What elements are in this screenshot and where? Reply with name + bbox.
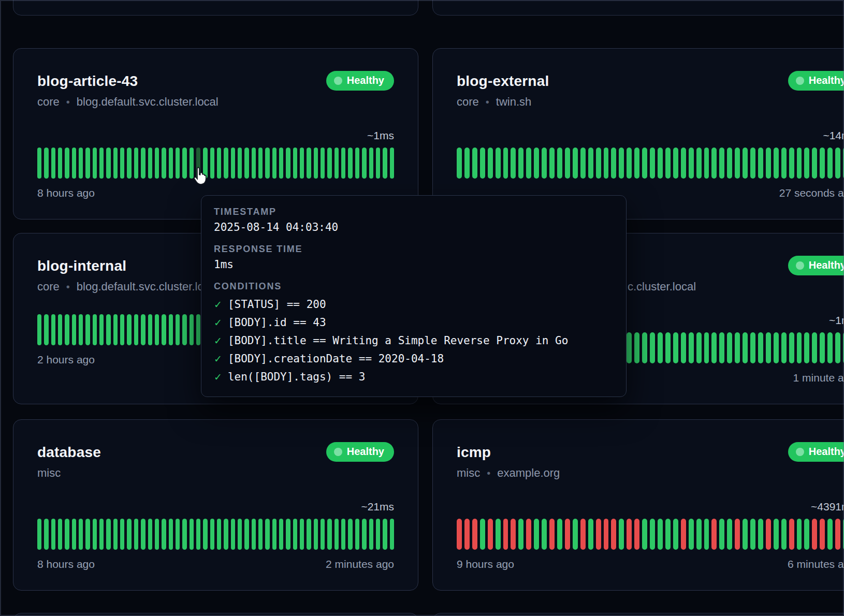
uptime-bar[interactable]: [727, 148, 732, 179]
uptime-bar[interactable]: [634, 148, 639, 179]
uptime-bar[interactable]: [472, 519, 477, 550]
uptime-bar[interactable]: [252, 148, 256, 179]
uptime-bar[interactable]: [113, 148, 118, 179]
uptime-bar[interactable]: [72, 519, 76, 550]
uptime-bar[interactable]: [244, 148, 249, 179]
uptime-bar[interactable]: [696, 332, 702, 363]
uptime-bar[interactable]: [286, 519, 290, 550]
uptime-bar[interactable]: [588, 519, 593, 550]
uptime-bar[interactable]: [348, 519, 352, 550]
uptime-bar[interactable]: [362, 519, 366, 550]
uptime-bar[interactable]: [711, 332, 717, 363]
uptime-bar[interactable]: [827, 332, 833, 363]
uptime-bar[interactable]: [797, 332, 802, 363]
uptime-bar[interactable]: [72, 148, 76, 179]
uptime-bar[interactable]: [619, 148, 624, 179]
uptime-bar[interactable]: [58, 314, 62, 345]
uptime-bar[interactable]: [503, 148, 508, 179]
uptime-bar[interactable]: [457, 519, 462, 550]
uptime-bar[interactable]: [604, 519, 609, 550]
uptime-bar[interactable]: [321, 148, 325, 179]
uptime-bar[interactable]: [238, 519, 242, 550]
uptime-bar[interactable]: [457, 148, 462, 179]
uptime-bar[interactable]: [210, 148, 214, 179]
uptime-bar[interactable]: [286, 148, 290, 179]
uptime-bar[interactable]: [464, 519, 470, 550]
uptime-bar[interactable]: [812, 148, 817, 179]
uptime-bar[interactable]: [804, 332, 809, 363]
uptime-bar[interactable]: [820, 332, 825, 363]
uptime-bar[interactable]: [79, 519, 83, 550]
uptime-bar[interactable]: [155, 148, 159, 179]
uptime-bar[interactable]: [774, 332, 779, 363]
uptime-bar[interactable]: [58, 148, 62, 179]
service-card[interactable]: icmp Healthy misc • example.org ~4391ms …: [432, 419, 844, 591]
uptime-bar[interactable]: [827, 519, 833, 550]
uptime-bar[interactable]: [99, 314, 104, 345]
uptime-bar[interactable]: [511, 519, 516, 550]
uptime-bar[interactable]: [658, 148, 663, 179]
uptime-bars[interactable]: [457, 148, 844, 179]
uptime-bar[interactable]: [148, 148, 152, 179]
uptime-bar[interactable]: [488, 148, 493, 179]
uptime-bar[interactable]: [812, 519, 817, 550]
uptime-bar[interactable]: [348, 148, 352, 179]
service-card[interactable]: blog-article-43 Healthy core • blog.defa…: [13, 48, 418, 219]
uptime-bar[interactable]: [307, 148, 311, 179]
uptime-bar[interactable]: [190, 519, 194, 550]
uptime-bar[interactable]: [642, 332, 647, 363]
uptime-bar[interactable]: [93, 148, 97, 179]
uptime-bar[interactable]: [293, 148, 297, 179]
uptime-bar[interactable]: [611, 519, 616, 550]
uptime-bar[interactable]: [37, 519, 41, 550]
uptime-bar[interactable]: [134, 148, 138, 179]
uptime-bar[interactable]: [155, 519, 159, 550]
uptime-bar[interactable]: [72, 314, 76, 345]
uptime-bar[interactable]: [134, 519, 138, 550]
uptime-bar[interactable]: [673, 148, 678, 179]
uptime-bar[interactable]: [238, 148, 242, 179]
uptime-bar[interactable]: [300, 519, 304, 550]
uptime-bar[interactable]: [774, 519, 779, 550]
uptime-bar[interactable]: [258, 148, 263, 179]
uptime-bar[interactable]: [293, 519, 297, 550]
uptime-bar[interactable]: [79, 148, 83, 179]
uptime-bar[interactable]: [766, 332, 771, 363]
uptime-bar[interactable]: [383, 519, 387, 550]
uptime-bar[interactable]: [190, 148, 194, 179]
uptime-bar[interactable]: [99, 148, 104, 179]
uptime-bar[interactable]: [611, 148, 616, 179]
uptime-bar[interactable]: [711, 519, 717, 550]
uptime-bar[interactable]: [735, 519, 740, 550]
uptime-bar[interactable]: [203, 519, 207, 550]
uptime-bar[interactable]: [300, 148, 304, 179]
uptime-bar[interactable]: [390, 148, 394, 179]
uptime-bar[interactable]: [496, 519, 501, 550]
uptime-bar[interactable]: [565, 148, 570, 179]
uptime-bar[interactable]: [258, 519, 263, 550]
uptime-bar[interactable]: [735, 148, 740, 179]
uptime-bar[interactable]: [127, 148, 131, 179]
uptime-bar[interactable]: [314, 519, 318, 550]
uptime-bar[interactable]: [37, 148, 41, 179]
uptime-bar[interactable]: [334, 148, 339, 179]
uptime-bar[interactable]: [719, 332, 724, 363]
uptime-bar[interactable]: [244, 519, 249, 550]
uptime-bar[interactable]: [673, 519, 678, 550]
uptime-bar[interactable]: [44, 148, 48, 179]
uptime-bar[interactable]: [169, 148, 173, 179]
uptime-bar[interactable]: [689, 519, 694, 550]
uptime-bar[interactable]: [835, 519, 840, 550]
uptime-bar[interactable]: [526, 519, 531, 550]
uptime-bar[interactable]: [596, 519, 601, 550]
uptime-bar[interactable]: [120, 519, 124, 550]
uptime-bar[interactable]: [797, 148, 802, 179]
uptime-bar[interactable]: [120, 148, 124, 179]
uptime-bar[interactable]: [781, 519, 787, 550]
uptime-bar[interactable]: [658, 332, 663, 363]
uptime-bar[interactable]: [642, 519, 647, 550]
uptime-bar[interactable]: [518, 148, 523, 179]
uptime-bar[interactable]: [542, 519, 547, 550]
uptime-bar[interactable]: [113, 314, 118, 345]
uptime-bar[interactable]: [355, 148, 359, 179]
